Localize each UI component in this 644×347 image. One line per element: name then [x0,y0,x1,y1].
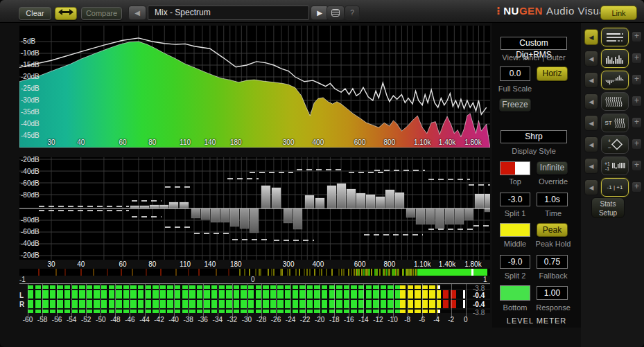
correlation-meter-icon-button[interactable]: -1 | +1 [601,178,629,197]
ab-swap-icon[interactable] [55,7,77,20]
expand-arrow-button[interactable]: ◀ [584,29,598,45]
display-style-label: Display Style [492,147,575,155]
peak-hold-button[interactable]: Peak [537,223,568,237]
settings-panel: Custom Dig+RMS View: Inner | Outer 0.0 H… [492,23,581,328]
meter-scale-label: -40 [168,316,178,323]
sidebar-row-stereo-spectrogram: ◀ ST + [581,114,644,132]
display-style-field[interactable]: Shrp [501,130,567,143]
horiz-button[interactable]: Horiz [537,66,568,81]
meter-grid-line [28,284,28,318]
correlation-tick [321,269,322,276]
meter-scale-label: -26 [271,316,281,323]
expand-arrow-button[interactable]: ◀ [584,94,598,109]
correlation-spectrum-icon-button[interactable]: +1 -1 [601,157,629,175]
meter-scale-label: -48 [110,316,120,323]
clear-button[interactable]: Clear [19,7,51,20]
correlation-tick [314,269,315,276]
correlation-tick [287,269,288,276]
expand-arrow-button[interactable]: ◀ [584,179,598,195]
add-display-button[interactable]: + [632,74,642,85]
override-button[interactable]: Infinite [537,161,568,175]
fallback-field[interactable]: 0.75 [537,255,568,269]
histogram-freq-tick-label: 80 [148,260,156,268]
expand-arrow-button[interactable]: ◀ [584,115,598,131]
add-display-button[interactable]: + [632,117,642,128]
split1-field[interactable]: -3.0 [500,193,530,206]
mode-field[interactable]: Custom Dig+RMS [501,37,567,50]
histogram-freq-tick-label: 600 [354,260,366,268]
add-display-button[interactable]: + [632,181,642,193]
time-field[interactable]: 1.0s [537,193,568,206]
correlation-tick [367,269,368,276]
expand-arrow-button[interactable]: ◀ [584,136,598,152]
meter-red-segment [443,300,458,308]
spectrum-lines-icon-button[interactable] [601,28,629,46]
logo-dots: ⁝ [496,5,501,17]
add-display-button[interactable]: + [632,139,642,150]
meter-grid-line [174,284,175,318]
link-button[interactable]: Link [600,6,637,20]
histogram-freq-tick-label: 800 [384,260,396,268]
add-display-button[interactable]: + [632,96,642,107]
sidebar-row-spectrum: ◀ + [581,28,644,46]
preset-prev-button[interactable]: ◀ [128,6,146,20]
split-histogram-icon-button[interactable] [601,71,629,89]
meter-grid-line [422,284,423,318]
meter-green-segment [28,310,400,313]
correlation-tick [38,269,40,276]
help-button[interactable]: ? [345,6,360,20]
meter-grid-line [57,284,58,318]
view-mode-label[interactable]: View: Inner | Outer [492,53,575,62]
add-display-button[interactable]: + [632,31,642,42]
histogram-icon-button[interactable] [601,49,629,68]
expand-arrow-button[interactable]: ◀ [584,158,598,174]
correlation-tick [216,269,217,276]
compare-button[interactable]: Compare [81,7,122,20]
preset-menu-button[interactable] [327,6,345,20]
add-display-button[interactable]: + [632,160,642,171]
spectrum-display[interactable]: -5dB-10dB-15dB-20dB-25dB-30dB-35dB-40dB-… [19,26,490,148]
middle-color-swatch[interactable] [500,223,530,237]
correlation-tick [343,269,345,276]
meter-scale-label: -42 [154,316,164,323]
meter-scale-label: -50 [96,316,105,323]
add-display-button[interactable]: + [632,53,642,64]
histogram-freq-tick-label: 1.10k [414,260,430,268]
histogram-freq-tick-label: 140 [204,260,216,268]
meter-grid-line [42,284,43,318]
expand-arrow-button[interactable]: ◀ [584,72,598,88]
full-scale-field[interactable]: 0.0 [500,66,530,81]
meter-yellow-segment [400,310,438,313]
correlation-tick [376,269,378,276]
spectrum-lines-icon [605,32,625,43]
stats-setup-button[interactable]: Stats Setup [591,197,625,218]
spectrogram-icon-button[interactable] [601,92,629,111]
stereo-spectrogram-icon-button[interactable]: ST [601,114,629,132]
meter-grid-line [189,284,189,318]
sidebar-row-histogram: ◀ + [581,49,644,68]
correlation-tick [55,269,57,276]
vectorscope-icon-button[interactable]: +− [601,135,629,154]
response-field[interactable]: 1.00 [537,286,568,300]
freeze-button[interactable]: Freeze [499,98,531,112]
expand-arrow-button[interactable]: ◀ [584,51,598,66]
bottom-color-swatch[interactable] [500,285,530,301]
preset-name-field[interactable]: Mix - Spectrum [148,6,309,20]
meter-grid-line [305,284,306,318]
split2-field[interactable]: -9.0 [500,255,530,269]
meter-scale-label: -20 [315,316,324,323]
top-color-swatch[interactable] [500,161,530,175]
meter-scale-label: -56 [52,316,62,323]
toolbar: Clear Compare ◀ Mix - Spectrum ▶ ? ⁝NUGE… [0,0,644,23]
meter-scale-label: -24 [286,316,295,323]
meter-grid-line [466,284,467,318]
spectrum-svg [19,26,490,148]
correlation-tick [358,269,359,276]
meter-grid-line [393,284,394,318]
meter-scale-label: -38 [183,316,193,323]
meter-yellow-segment [400,285,438,289]
correlation-tick [295,269,297,276]
stereo-histogram-display[interactable]: -20dB-40dB-60dB-80dB-80dB-60dB-40dB-20dB [19,157,490,260]
display-selector-sidebar: ◀ + ◀ + ◀ [581,23,644,347]
sidebar-row-correlation-spectrum: ◀ +1 -1 + [581,157,644,175]
